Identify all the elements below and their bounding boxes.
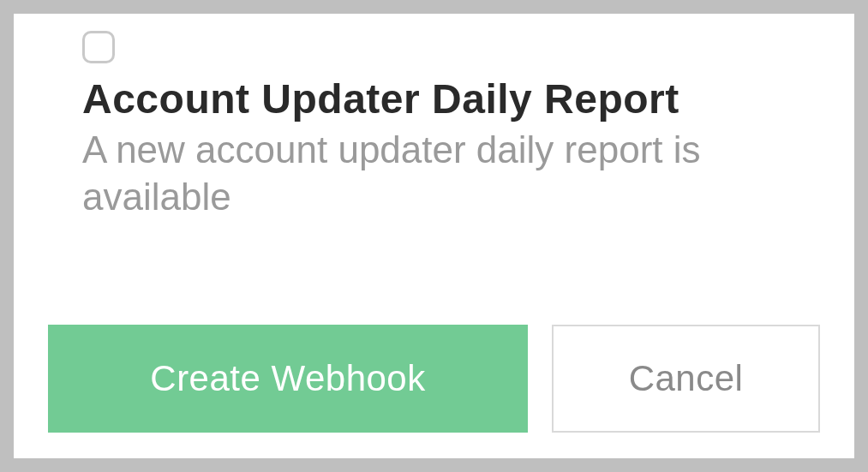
option-description: A new account updater daily report is av… bbox=[82, 126, 820, 220]
option-content: Account Updater Daily Report A new accou… bbox=[48, 31, 820, 220]
option-title: Account Updater Daily Report bbox=[82, 75, 820, 122]
option-checkbox[interactable] bbox=[82, 31, 115, 63]
cancel-button[interactable]: Cancel bbox=[552, 325, 820, 433]
create-webhook-button[interactable]: Create Webhook bbox=[48, 325, 528, 433]
webhook-option-card: Account Updater Daily Report A new accou… bbox=[14, 14, 854, 458]
action-row: Create Webhook Cancel bbox=[48, 325, 820, 433]
